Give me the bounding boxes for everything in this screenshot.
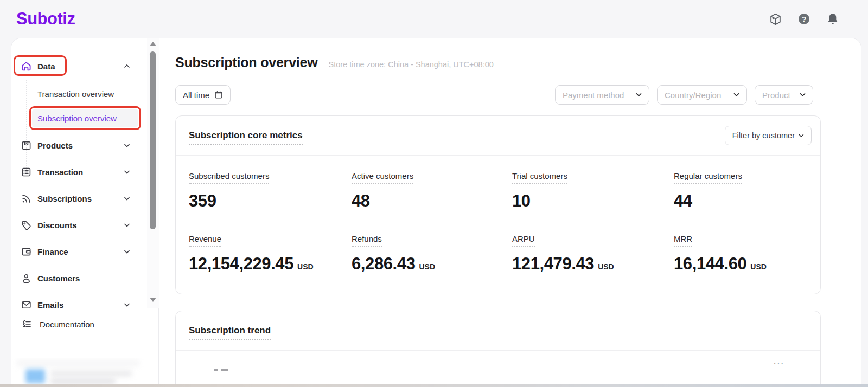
- doc-icon: [22, 319, 33, 330]
- filter-by-customer-label: Filter by customer: [732, 131, 795, 140]
- metric-trial-customers: Trial customers 10: [512, 156, 674, 211]
- clipped-chart-fragment: [214, 369, 228, 371]
- chevron-down-icon: [123, 301, 131, 308]
- store-timezone-note: Store time zone: China - Shanghai, UTC+0…: [329, 60, 494, 69]
- chevron-down-icon: [123, 221, 131, 229]
- metric-refunds: Refunds 6,286.43USD: [352, 211, 512, 274]
- trend-header: Subscription trend: [176, 311, 820, 351]
- product-placeholder: Product: [762, 91, 790, 100]
- core-metrics-card: Subscription core metrics Filter by cust…: [175, 115, 821, 294]
- metric-value: 121,479.43: [512, 254, 594, 274]
- sidebar-item-customers[interactable]: Customers: [11, 269, 148, 287]
- subscription-trend-card: Subscription trend ...: [175, 311, 821, 387]
- metric-label: Refunds: [352, 234, 382, 247]
- sidebar-item-label: Subscription overview: [37, 114, 117, 123]
- sidebar-item-label: Transaction overview: [37, 89, 114, 99]
- country-region-placeholder: Country/Region: [665, 91, 721, 100]
- metric-label: Active customers: [352, 171, 413, 184]
- page-title: Subscription overview: [175, 55, 318, 70]
- sidebar-item-label: Subscriptions: [37, 194, 92, 203]
- metric-unit: USD: [297, 262, 314, 271]
- chevron-down-icon: [123, 195, 131, 202]
- sidebar-item-finance[interactable]: Finance: [11, 242, 148, 261]
- chevron-down-icon: [799, 134, 804, 138]
- sidebar-item-documentation[interactable]: Documentation: [11, 315, 148, 333]
- sidebar-item-data[interactable]: Data: [11, 57, 148, 75]
- sidebar-item-label: Finance: [37, 247, 68, 256]
- sidebar-scroll-thumb[interactable]: [150, 51, 156, 229]
- sidebar-item-products[interactable]: Products: [11, 136, 148, 154]
- dropdown-filters: Payment method Country/Region Product: [555, 85, 813, 105]
- metric-value: 44: [674, 191, 692, 211]
- help-icon[interactable]: ?: [797, 12, 811, 26]
- page-header: Subscription overview Store time zone: C…: [175, 55, 494, 70]
- chevron-down-icon: [636, 93, 642, 97]
- svg-text:?: ?: [802, 15, 806, 23]
- core-metrics-header: Subscription core metrics Filter by cust…: [176, 116, 820, 156]
- metric-value: 6,286.43: [352, 254, 415, 274]
- sidebar-item-subscription-overview[interactable]: Subscription overview: [32, 109, 138, 127]
- receipt-icon: [21, 166, 32, 178]
- scroll-up-arrow[interactable]: [150, 42, 156, 46]
- metric-label: Trial customers: [512, 171, 567, 184]
- sidebar-item-label: Customers: [37, 274, 80, 283]
- mail-icon: [21, 299, 32, 309]
- metric-value: 12,154,229.45: [189, 254, 293, 274]
- chevron-down-icon: [123, 248, 131, 255]
- sidebar-item-transaction-overview[interactable]: Transaction overview: [32, 85, 138, 103]
- bell-icon[interactable]: [826, 12, 840, 26]
- metric-unit: USD: [750, 262, 767, 271]
- sidebar-item-transaction[interactable]: Transaction: [11, 163, 148, 181]
- sidebar-item-label: Data: [37, 62, 55, 71]
- metric-label: Regular customers: [674, 171, 742, 184]
- metric-revenue: Revenue 12,154,229.45USD: [189, 211, 352, 274]
- header-icons: ?: [768, 0, 840, 38]
- country-region-dropdown[interactable]: Country/Region: [657, 85, 747, 105]
- metric-regular-customers: Regular customers 44: [674, 156, 820, 211]
- metric-arpu: ARPU 121,479.43USD: [512, 211, 674, 274]
- filter-by-customer-button[interactable]: Filter by customer: [725, 126, 812, 145]
- app-logo: Subotiz: [16, 9, 75, 29]
- window-bottom-edge: [0, 384, 868, 387]
- sidebar-item-label: Products: [37, 141, 73, 150]
- payment-method-dropdown[interactable]: Payment method: [555, 85, 649, 105]
- metric-label: MRR: [674, 234, 692, 247]
- calendar-icon: [214, 91, 223, 99]
- metric-value: 16,144.60: [674, 254, 746, 274]
- core-metrics-title: Subscription core metrics: [189, 130, 303, 145]
- date-range-button[interactable]: All time: [175, 85, 231, 105]
- metric-subscribed-customers: Subscribed customers 359: [189, 156, 352, 211]
- blurred-avatar: [25, 369, 45, 383]
- metric-value: 48: [352, 191, 370, 211]
- scroll-down-arrow[interactable]: [150, 298, 156, 302]
- sidebar-item-discounts[interactable]: Discounts: [11, 216, 148, 234]
- sidebar-item-label: Transaction: [37, 167, 83, 177]
- metric-label: Revenue: [189, 234, 221, 247]
- blurred-text-line: [50, 370, 132, 377]
- chevron-down-icon: [800, 93, 806, 97]
- chevron-down-icon: [733, 93, 739, 97]
- clipped-fragment-bit: [221, 369, 228, 371]
- sidebar: Data Transaction overview Subscription o…: [11, 38, 159, 387]
- blurred-text-line: [50, 379, 116, 384]
- trend-title: Subscription trend: [189, 325, 271, 340]
- trend-overflow-ellipsis: ...: [774, 356, 784, 366]
- apps-cube-icon[interactable]: [768, 12, 782, 26]
- user-profile-blurred[interactable]: [11, 358, 148, 387]
- sidebar-item-subscriptions[interactable]: Subscriptions: [11, 189, 148, 208]
- metric-value: 359: [189, 191, 216, 211]
- sidebar-item-emails[interactable]: Emails: [11, 295, 148, 308]
- sidebar-nav: Data Transaction overview Subscription o…: [11, 38, 148, 308]
- user-icon: [21, 273, 32, 284]
- wallet-icon: [21, 246, 32, 257]
- metric-mrr: MRR 16,144.60USD: [674, 211, 820, 274]
- blurred-row: [17, 359, 139, 367]
- filter-row: All time Payment method Country/Regio: [175, 85, 837, 105]
- metric-label: Subscribed customers: [189, 171, 269, 184]
- sidebar-item-label: Documentation: [40, 320, 94, 329]
- sidebar-scrollbar[interactable]: [147, 38, 159, 308]
- product-dropdown[interactable]: Product: [755, 85, 813, 105]
- clipped-fragment-bit: [214, 369, 218, 371]
- chevron-down-icon: [123, 168, 131, 176]
- sidebar-divider: [11, 356, 148, 356]
